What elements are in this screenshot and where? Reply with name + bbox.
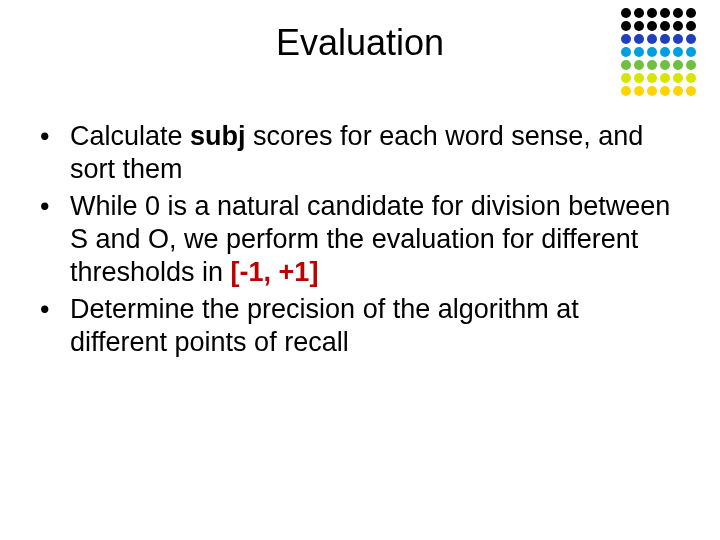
dot-icon <box>634 86 644 96</box>
dot-icon <box>686 73 696 83</box>
bullet-text: Determine the precision of the algorithm… <box>70 294 579 357</box>
dot-icon <box>673 86 683 96</box>
bullet-item: Calculate subj scores for each word sens… <box>32 120 680 186</box>
dot-icon <box>673 73 683 83</box>
dot-icon <box>634 8 644 18</box>
dot-icon <box>660 73 670 83</box>
bullet-emphasis-range: [-1, +1] <box>231 257 319 287</box>
dot-icon <box>634 73 644 83</box>
dot-icon <box>621 86 631 96</box>
bullet-item: Determine the precision of the algorithm… <box>32 293 680 359</box>
slide-body: Calculate subj scores for each word sens… <box>32 120 680 363</box>
dot-icon <box>673 8 683 18</box>
dot-icon <box>647 86 657 96</box>
dot-icon <box>686 86 696 96</box>
dot-icon <box>660 86 670 96</box>
dot-icon <box>647 8 657 18</box>
bullet-text: Calculate <box>70 121 190 151</box>
dot-icon <box>621 8 631 18</box>
slide-title: Evaluation <box>0 22 720 64</box>
dot-icon <box>686 8 696 18</box>
bullet-item: While 0 is a natural candidate for divis… <box>32 190 680 289</box>
dot-icon <box>660 8 670 18</box>
dot-icon <box>647 73 657 83</box>
slide: Evaluation Calculate subj scores for eac… <box>0 0 720 540</box>
bullet-text: While 0 is a natural candidate for divis… <box>70 191 670 287</box>
bullet-emphasis: subj <box>190 121 246 151</box>
dot-icon <box>621 73 631 83</box>
